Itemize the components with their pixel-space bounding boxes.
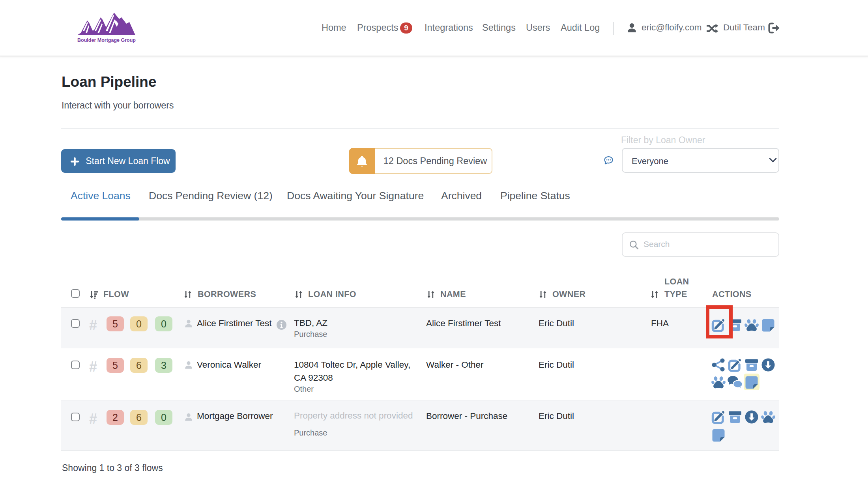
svg-text:Boulder Mortgage Group: Boulder Mortgage Group	[77, 37, 136, 43]
